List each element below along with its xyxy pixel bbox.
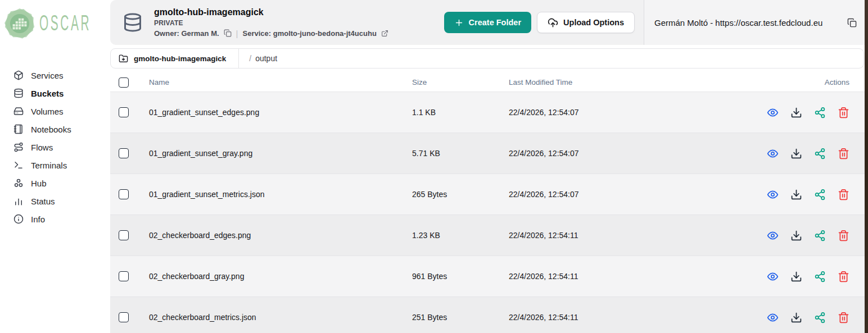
row-checkbox[interactable] — [119, 312, 129, 322]
table-body: 01_gradient_sunset_edges.png 1.1 KB 22/4… — [110, 92, 865, 333]
eye-icon[interactable] — [767, 230, 779, 241]
sidebar-item-label: Volumes — [31, 107, 64, 116]
share-icon[interactable] — [814, 312, 826, 323]
sidebar-item-volumes[interactable]: Volumes — [13, 102, 110, 120]
download-icon[interactable] — [790, 189, 802, 200]
row-checkbox[interactable] — [119, 107, 129, 117]
column-header-actions: Actions — [752, 78, 865, 86]
sidebar-item-hub[interactable]: Hub — [13, 174, 110, 192]
share-icon[interactable] — [814, 107, 826, 118]
column-header-modified[interactable]: Last Modified Time — [495, 78, 752, 86]
breadcrumb-current[interactable]: output — [255, 54, 277, 63]
eye-icon[interactable] — [767, 271, 779, 282]
table-row[interactable]: 02_checkerboard_gray.png 961 Bytes 22/4/… — [110, 256, 865, 296]
download-icon[interactable] — [790, 230, 802, 241]
upload-options-label: Upload Options — [563, 18, 624, 27]
file-modified-cell: 22/4/2026, 12:54:07 — [495, 108, 752, 117]
breadcrumb-root[interactable]: gmolto-hub-imagemagick — [111, 49, 239, 68]
sidebar-item-label: Services — [31, 71, 64, 80]
download-icon[interactable] — [790, 271, 802, 282]
trash-icon[interactable] — [838, 107, 849, 118]
sidebar-item-status[interactable]: Status — [13, 192, 110, 210]
sidebar-item-flows[interactable]: Flows — [13, 138, 110, 156]
file-size-cell: 5.71 KB — [399, 149, 495, 158]
file-modified-cell: 22/4/2026, 12:54:07 — [495, 149, 752, 158]
row-checkbox[interactable] — [119, 271, 129, 281]
sidebar-item-services[interactable]: Services — [13, 66, 110, 84]
hub-icon — [13, 178, 24, 188]
upload-options-button[interactable]: Upload Options — [537, 12, 635, 33]
bucket-meta-line: Owner: German M. | Service: gmolto-juno-… — [154, 29, 388, 38]
file-name-cell: 01_gradient_sunset_metrics.json — [135, 190, 399, 199]
trash-icon[interactable] — [838, 148, 849, 159]
service-label[interactable]: Service: gmolto-juno-bedona-jt4ucuhu — [242, 29, 376, 38]
sidebar-item-info[interactable]: Info — [13, 210, 110, 228]
share-icon[interactable] — [814, 271, 826, 282]
sidebar-item-label: Status — [31, 197, 55, 206]
file-size-cell: 1.1 KB — [399, 108, 495, 117]
column-header-name[interactable]: Name — [135, 78, 399, 86]
column-header-size[interactable]: Size — [399, 78, 495, 86]
bucket-name: gmolto-hub-imagemagick — [154, 7, 388, 17]
download-icon[interactable] — [790, 107, 802, 118]
file-name-cell: 02_checkerboard_edges.png — [135, 231, 399, 240]
trash-icon[interactable] — [838, 189, 849, 200]
sidebar-item-terminals[interactable]: Terminals — [13, 156, 110, 174]
row-checkbox[interactable] — [119, 148, 129, 158]
copy-icon[interactable] — [224, 29, 232, 37]
file-size-cell: 265 Bytes — [399, 190, 495, 199]
table-row[interactable]: 02_checkerboard_edges.png 1.23 KB 22/4/2… — [110, 215, 865, 256]
sidebar-item-label: Buckets — [31, 89, 64, 98]
sidebar-item-label: Flows — [31, 143, 53, 152]
file-modified-cell: 22/4/2026, 12:54:11 — [495, 231, 752, 240]
row-checkbox[interactable] — [119, 189, 129, 199]
account-zone: Germán Moltó - https://oscar.test.fedclo… — [644, 0, 865, 45]
share-icon[interactable] — [814, 230, 826, 241]
file-name-cell: 02_checkerboard_gray.png — [135, 272, 399, 281]
table-row[interactable]: 01_gradient_sunset_edges.png 1.1 KB 22/4… — [110, 92, 865, 133]
eye-icon[interactable] — [767, 107, 779, 118]
file-size-cell: 251 Bytes — [399, 313, 495, 322]
eye-icon[interactable] — [767, 148, 779, 159]
bucket-header: gmolto-hub-imagemagick PRIVATE Owner: Ge… — [110, 0, 865, 45]
download-icon[interactable] — [790, 148, 802, 159]
bucket-title-block: gmolto-hub-imagemagick PRIVATE Owner: Ge… — [154, 7, 388, 38]
row-actions — [752, 189, 865, 200]
cube-icon — [13, 70, 24, 80]
route-icon — [13, 142, 24, 152]
trash-icon[interactable] — [838, 271, 849, 282]
table-row[interactable]: 01_gradient_sunset_gray.png 5.71 KB 22/4… — [110, 133, 865, 174]
eye-icon[interactable] — [767, 312, 779, 323]
table-row[interactable]: 01_gradient_sunset_metrics.json 265 Byte… — [110, 174, 865, 215]
download-icon[interactable] — [790, 312, 802, 323]
meta-separator: | — [236, 29, 238, 38]
row-actions — [752, 148, 865, 159]
share-icon[interactable] — [814, 148, 826, 159]
folder-down-icon — [119, 54, 128, 63]
table-header-row: Name Size Last Modified Time Actions — [110, 73, 865, 92]
breadcrumb-root-label: gmolto-hub-imagemagick — [134, 54, 226, 63]
trash-icon[interactable] — [838, 312, 849, 323]
file-size-cell: 961 Bytes — [399, 272, 495, 281]
sidebar-item-buckets[interactable]: Buckets — [13, 84, 110, 102]
eye-icon[interactable] — [767, 189, 779, 200]
window-scrollbar[interactable] — [865, 0, 868, 333]
sidebar-item-notebooks[interactable]: Notebooks — [13, 120, 110, 138]
breadcrumb-separator: / — [249, 54, 251, 63]
copy-icon[interactable] — [847, 18, 857, 28]
trash-icon[interactable] — [838, 230, 849, 241]
sidebar-item-label: Notebooks — [31, 125, 71, 134]
sidebar-item-label: Hub — [31, 179, 47, 188]
row-actions — [752, 312, 865, 323]
share-icon[interactable] — [814, 189, 826, 200]
external-link-icon[interactable] — [381, 30, 388, 37]
row-actions — [752, 271, 865, 282]
file-name-cell: 01_gradient_sunset_edges.png — [135, 108, 399, 117]
select-all-checkbox[interactable] — [119, 77, 129, 88]
brand: OSCAR — [0, 0, 110, 42]
file-modified-cell: 22/4/2026, 12:54:11 — [495, 313, 752, 322]
table-row[interactable]: 02_checkerboard_metrics.json 251 Bytes 2… — [110, 296, 865, 333]
row-checkbox[interactable] — [119, 230, 129, 240]
create-folder-button[interactable]: Create Folder — [444, 12, 531, 33]
create-folder-label: Create Folder — [469, 18, 521, 27]
